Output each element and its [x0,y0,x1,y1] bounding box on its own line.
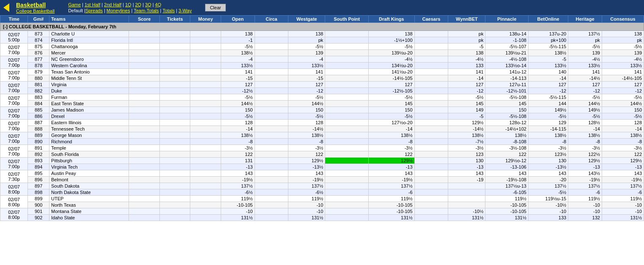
col-betonline: BetOnline [528,16,568,23]
betonline1: 130 [528,158,568,164]
table-row: 886 Drexel -5½ -5½ -5½ -5 -5½-108 -5½ -5… [0,113,644,120]
caesars2 [414,75,448,82]
logo-area: Basketball College Basketball [16,2,55,14]
heritage1: -5½ [568,94,602,101]
westgate1: -5½ [288,94,325,101]
nav-3way[interactable]: 3-Way [178,8,192,13]
tickets1 [159,132,190,139]
nav-game[interactable]: Game [68,2,81,7]
westgate2: 131½ [288,215,325,221]
gm2: 884 [28,101,49,107]
team1: George Mason [49,132,129,139]
heritage1: 127 [568,82,602,88]
draftkings2: 139½u-20 [368,50,414,56]
team2: Drexel [49,113,129,120]
gm1: 895 [28,170,49,177]
score2 [129,113,159,120]
heritage2: -19½ [568,177,602,183]
consensus1: 119½ [602,196,644,202]
nav-team-totals[interactable]: Team-Totals [134,8,159,13]
nav-spreads[interactable]: Spreads [85,8,103,13]
caesars1 [414,82,448,88]
heritage2: -8 [568,139,602,145]
pinnacle2: -14-113 [485,75,528,82]
heritage2: -6 [568,189,602,196]
wynnbet1: 149 [448,107,485,113]
pinnacle2: 133½o-14 [485,63,528,69]
draftkings2: -13 [368,164,414,170]
circa1 [255,132,288,139]
draftkings2: -8 [368,139,414,145]
consensus1: 150 [602,107,644,113]
westgate1: -5½ [288,44,325,50]
betonline2: -12 [528,88,568,94]
game-time: 7:00p [2,101,26,106]
clear-button[interactable]: Clear [205,4,225,11]
gm1: 897 [28,183,49,189]
header-bar: Basketball College Basketball Game | 1st… [0,0,644,15]
wynnbet2: -13 [448,164,485,170]
gm2: 898 [28,189,49,196]
nav-3q[interactable]: 3Q [145,2,151,7]
nav-4q[interactable]: 4Q [155,2,162,7]
gm2: 894 [28,164,49,170]
westgate2: -14½ [288,126,325,132]
wynnbet2: -14 [448,75,485,82]
nav-1st-half[interactable]: 1st Half [85,2,100,7]
caesars2 [414,139,448,145]
game-date: 02/07 [2,210,26,215]
money2 [190,164,221,170]
draftkings2: 145 [368,101,414,107]
circa2 [255,63,288,69]
gm1: 893 [28,158,49,164]
table-row: 02/07 8:00p 899 UTEP 119½ 119½ 119½ 119½… [0,196,644,202]
score2 [129,101,159,107]
draftkings2: -10-105 [368,202,414,208]
heritage1: 143½ [568,170,602,177]
betonline2: -8 [528,139,568,145]
nav-1q[interactable]: 1Q [125,2,132,7]
col-southpoint: South Point [325,16,369,23]
consensus2: pk [602,37,644,44]
game-date: 02/07 [2,134,26,139]
open2: -14 [221,126,255,132]
draftkings1: 137½ [368,183,414,189]
money2 [190,63,221,69]
betonline1: 119½u-15 [528,196,568,202]
circa1 [255,56,288,63]
consensus2: -13 [602,164,644,170]
team1: Virginia [49,82,129,88]
tickets1 [159,94,190,101]
score2 [129,63,159,69]
team2: Mercer [49,50,129,56]
tickets2 [159,37,190,44]
consensus2: 144½ [602,101,644,107]
pinnacle1: 128o-12 [485,120,528,126]
gm1: 889 [28,132,49,139]
game-time: 7:00p [2,50,26,55]
southpoint1 [325,107,369,113]
money1 [190,132,221,139]
money2 [190,215,221,221]
table-row: 02/07 7:00p 893 Pittsburgh 131 129½ 129½… [0,158,644,164]
betonline1: -3½ [528,145,568,151]
circa1 [255,170,288,177]
westgate1: 119½ [288,196,325,202]
nav-2nd-half[interactable]: 2nd Half [104,2,121,7]
open2: -5½ [221,113,255,120]
open1: -10 [221,208,255,215]
westgate2: -13½ [288,164,325,170]
section-header: [-] COLLEGE BASKETBALL - Monday, Februar… [0,23,644,31]
game-date: 02/07 [2,96,26,101]
nav-moneylines[interactable]: Moneylines [107,8,130,13]
col-score: Score [129,16,159,23]
heritage1: -10 [568,208,602,215]
pinnacle1: 143 [485,170,528,177]
nav-totals[interactable]: Totals [162,8,175,13]
open1: -5½ [221,44,255,50]
consensus2: -12 [602,88,644,94]
table-row: 888 Tennessee Tech -14 -14½ -14 -14½ -14… [0,126,644,132]
circa2 [255,88,288,94]
nav-2q[interactable]: 2Q [135,2,142,7]
game-date: 02/07 [2,121,26,126]
